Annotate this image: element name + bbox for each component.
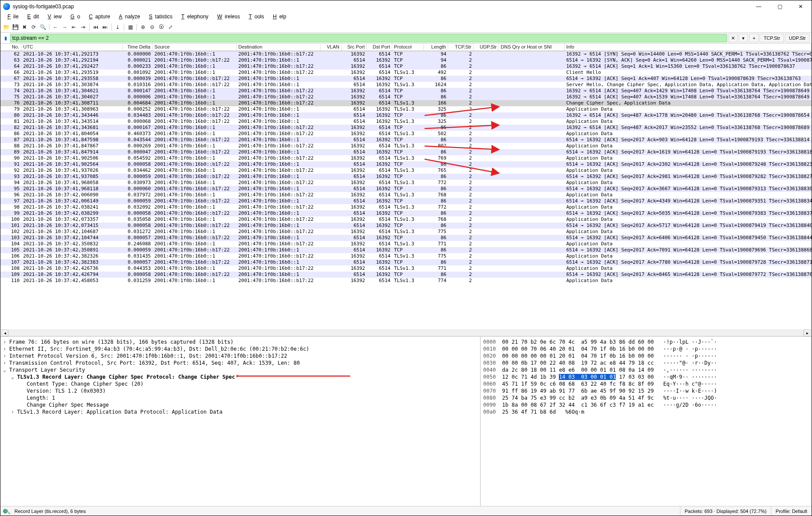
hex-row[interactable]: 0020 00 00 00 00 00 01 20 01 04 70 1f 0b… xyxy=(483,352,809,359)
menu-capture[interactable]: Capture xyxy=(84,13,113,21)
packet-row[interactable]: 1032021-10-26 10:37:42,1047440.000057200… xyxy=(0,235,812,241)
hex-row[interactable]: 0030 00 00 0b 17 00 22 40 08 19 72 ac e8… xyxy=(483,359,809,366)
find-icon[interactable]: 🔍 xyxy=(39,23,47,31)
zoom-out-icon[interactable]: ⊖ xyxy=(148,23,156,31)
packet-row[interactable]: 802021-10-26 10:37:41,3434460.0344832001… xyxy=(0,112,812,119)
col-no[interactable]: No. xyxy=(0,44,21,51)
packet-row[interactable]: 952021-10-26 10:37:41,9681180.0000602001… xyxy=(0,186,812,192)
hex-row[interactable]: 00a0 25 36 4f 71 b8 6d %6Oq·m xyxy=(483,408,809,415)
col-vlan[interactable]: VLAN xyxy=(321,44,342,51)
horizontal-scrollbar[interactable]: ◂ ▸ xyxy=(1,329,811,336)
last-icon[interactable]: ⏭ xyxy=(101,23,109,31)
zoom-reset-icon[interactable]: ⦿ xyxy=(157,23,165,31)
menu-go[interactable]: Go xyxy=(65,13,83,21)
packet-row[interactable]: 872021-10-26 10:37:41,8475980.0435442001… xyxy=(0,137,812,143)
packet-row[interactable]: 942021-10-26 10:37:41,9680580.0309732001… xyxy=(0,180,812,186)
menu-wireless[interactable]: Wireless xyxy=(212,13,243,21)
col-source[interactable]: Source xyxy=(153,44,237,51)
tree-ccs-msg[interactable]: Change Cipher Spec Message xyxy=(3,401,477,408)
packet-details-tree[interactable]: Frame 76: 166 bytes on wire (1328 bits),… xyxy=(0,337,481,511)
packet-row[interactable]: 1052021-10-26 10:37:42,3508910.000059200… xyxy=(0,247,812,253)
packet-row[interactable]: 822021-10-26 10:37:41,3436810.0001672001… xyxy=(0,125,812,131)
fwd-icon[interactable]: → xyxy=(61,23,69,31)
packet-row[interactable]: 672021-10-26 10:37:41,2935580.0000392001… xyxy=(0,76,812,82)
packet-row[interactable]: 1072021-10-26 10:37:42,3823830.000057200… xyxy=(0,259,812,265)
colorize-icon[interactable]: ▦ xyxy=(126,23,134,31)
hex-row[interactable]: 0060 45 71 1f 59 0c c6 08 68 63 22 40 fc… xyxy=(483,380,809,387)
packet-row[interactable]: 812021-10-26 10:37:41,3435140.0000682001… xyxy=(0,119,812,125)
packet-row[interactable]: 1062021-10-26 10:37:42,3823260.031435200… xyxy=(0,253,812,259)
hex-row[interactable]: 0000 00 21 70 b2 0e 6c 70 4c a5 99 4a b3… xyxy=(483,338,809,345)
menu-edit[interactable]: Edit xyxy=(22,13,42,21)
menu-analyze[interactable]: Analyze xyxy=(114,13,143,21)
jump-back-icon[interactable]: ⇤ xyxy=(70,23,78,31)
hex-row[interactable]: 0040 da 2c 80 18 00 11 e8 e6 00 00 01 01… xyxy=(483,366,809,373)
tree-length[interactable]: Length: 1 xyxy=(3,394,477,401)
col-srcport[interactable]: Src Port xyxy=(342,44,367,51)
packet-row[interactable]: 862021-10-26 10:37:41,8040540.4603732001… xyxy=(0,131,812,137)
col-destination[interactable]: Destination xyxy=(237,44,321,51)
packet-row[interactable]: 642021-10-26 10:37:41,2924270.0002332001… xyxy=(0,63,812,70)
packet-bytes-hex[interactable]: 0000 00 21 70 b2 0e 6c 70 4c a5 99 4a b3… xyxy=(481,337,812,511)
maximize-button[interactable]: ▢ xyxy=(770,1,790,12)
packet-row[interactable]: 892021-10-26 10:37:41,8479140.0000472001… xyxy=(0,149,812,155)
hex-row[interactable]: 0050 12 0c 71 4d 1b 39 14 03 03 00 01 01… xyxy=(483,373,809,380)
packet-list[interactable]: 622021-10-26 10:37:41,2921730.0000002001… xyxy=(0,51,812,336)
packet-row[interactable]: 742021-10-26 10:37:41,3040210.0001472001… xyxy=(0,88,812,94)
col-udpstr[interactable]: UDP.Str xyxy=(474,44,499,51)
col-dstport[interactable]: Dst Port xyxy=(367,44,392,51)
tree-version[interactable]: Version: TLS 1.2 (0x0303) xyxy=(3,387,477,394)
packet-row[interactable]: 962021-10-26 10:37:42,0060900.0379722001… xyxy=(0,192,812,198)
packet-row[interactable]: 982021-10-26 10:37:42,0382410.0320922001… xyxy=(0,204,812,210)
packet-row[interactable]: 1092021-10-26 10:37:42,4267940.000058200… xyxy=(0,272,812,278)
filter-dropdown-button[interactable]: ▾ xyxy=(739,34,748,42)
filter-udpstr-button[interactable]: UDP.Str xyxy=(785,34,810,42)
packet-row[interactable]: 912021-10-26 10:37:41,9025640.0000582001… xyxy=(0,161,812,167)
col-length[interactable]: Length xyxy=(424,44,448,51)
jump-fwd-icon[interactable]: ⇥ xyxy=(79,23,87,31)
packet-row[interactable]: 992021-10-26 10:37:42,0382990.0000582001… xyxy=(0,210,812,216)
tree-frame[interactable]: Frame 76: 166 bytes on wire (1328 bits),… xyxy=(3,338,477,345)
tree-ethernet[interactable]: Ethernet II, Src: Fortinet_99:4a:b3 (70:… xyxy=(3,345,477,352)
col-protocol[interactable]: Protocol xyxy=(392,44,424,51)
packet-row[interactable]: 1022021-10-26 10:37:42,1046870.031272200… xyxy=(0,229,812,235)
packet-row[interactable]: 1042021-10-26 10:37:42,3508320.246088200… xyxy=(0,241,812,247)
close-icon[interactable]: ✖ xyxy=(21,23,28,31)
menu-tools[interactable]: Tools xyxy=(244,13,267,21)
col-timedelta[interactable]: Time Delta xyxy=(123,44,153,51)
packet-row[interactable]: 732021-10-26 10:37:41,3038740.0103162001… xyxy=(0,82,812,88)
packet-row[interactable]: 922021-10-26 10:37:41,9370260.0344622001… xyxy=(0,167,812,174)
zoom-fit-icon[interactable]: ⤢ xyxy=(167,23,174,31)
col-dnsqryorhostorsni[interactable]: DNS Qry or Host or SNI xyxy=(499,44,565,51)
hex-row[interactable]: 0070 91 ff 86 19 49 ab 91 77 6b ae 45 9f… xyxy=(483,387,809,394)
packet-row[interactable]: 882021-10-26 10:37:41,8478670.0002692001… xyxy=(0,143,812,149)
close-button[interactable]: ✕ xyxy=(791,1,811,12)
menu-help[interactable]: Help xyxy=(268,13,289,21)
packet-row[interactable]: 1082021-10-26 10:37:42,4267360.044353200… xyxy=(0,265,812,272)
status-profile[interactable]: Profile: Default xyxy=(771,506,812,516)
hex-row[interactable]: 0080 25 74 ba 75 e3 99 cc b2 a9 e3 0b 09… xyxy=(483,394,809,401)
filter-clear-button[interactable]: ✕ xyxy=(728,34,738,42)
tree-tls-record-appdata[interactable]: TLSv1.3 Record Layer: Application Data P… xyxy=(3,408,477,415)
packet-row[interactable]: 1002021-10-26 10:37:42,0733570.035058200… xyxy=(0,216,812,223)
menu-file[interactable]: File xyxy=(2,13,21,21)
packet-row[interactable]: 752021-10-26 10:37:41,3040270.0000062001… xyxy=(0,94,812,100)
filter-tcpstr-button[interactable]: TCP.Str xyxy=(760,34,784,42)
scroll-right-icon[interactable]: ▸ xyxy=(804,329,811,336)
packet-row[interactable]: 662021-10-26 10:37:41,2935190.0010922001… xyxy=(0,70,812,76)
menu-telephony[interactable]: Telephony xyxy=(176,13,211,21)
auto-scroll-icon[interactable]: ⤓ xyxy=(114,23,122,31)
packet-row[interactable]: 622021-10-26 10:37:41,2921730.0000002001… xyxy=(0,51,812,57)
folder-icon[interactable]: 📁 xyxy=(2,23,10,31)
save-icon[interactable]: 💾 xyxy=(11,23,19,31)
packet-list-header[interactable]: No.UTCTime DeltaSourceDestinationVLANSrc… xyxy=(0,43,812,51)
tree-ipv6[interactable]: Internet Protocol Version 6, Src: 2001:4… xyxy=(3,352,477,359)
packet-row[interactable]: 792021-10-26 10:37:41,3089630.0002522001… xyxy=(0,106,812,112)
filter-bookmark-icon[interactable]: ▮ xyxy=(2,35,9,42)
packet-row[interactable]: 632021-10-26 10:37:41,2921940.0000212001… xyxy=(0,57,812,63)
col-info[interactable]: Info xyxy=(565,44,812,51)
wrench-icon[interactable]: 🔧 xyxy=(5,509,11,515)
packet-row[interactable]: 972021-10-26 10:37:42,0061490.0000592001… xyxy=(0,198,812,204)
packet-row[interactable]: 762021-10-26 10:37:41,3087110.0046842001… xyxy=(0,100,812,106)
packet-row[interactable]: 1102021-10-26 10:37:42,4580530.031259200… xyxy=(0,278,812,284)
